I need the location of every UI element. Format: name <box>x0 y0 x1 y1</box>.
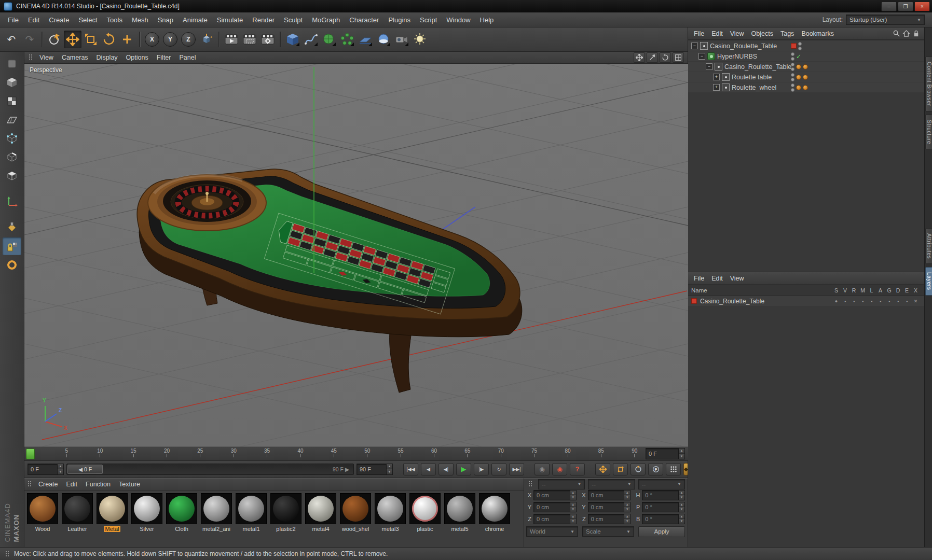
menu-item[interactable]: Sculpt <box>279 14 307 26</box>
goto-start-button[interactable]: |◀◀ <box>403 463 418 475</box>
lock-y-axis-button[interactable]: Y <box>161 31 179 48</box>
stepper-down-icon[interactable]: ▼ <box>58 469 63 474</box>
viewport-view-label[interactable]: Perspective <box>30 66 62 74</box>
record-keyframe-button[interactable]: ◉ <box>552 463 567 475</box>
object-manager-menu-item[interactable]: Bookmarks <box>798 29 838 38</box>
material-tile[interactable]: plastic <box>409 493 441 532</box>
rotate-view-button[interactable] <box>660 52 671 63</box>
expand-icon[interactable]: + <box>713 74 720 80</box>
render-view-button[interactable] <box>223 31 240 48</box>
menu-item[interactable]: Script <box>415 14 442 26</box>
menu-item[interactable]: Select <box>74 14 102 26</box>
edges-mode-button[interactable] <box>3 148 21 166</box>
menu-item[interactable]: Create <box>44 14 74 26</box>
visibility-dots[interactable] <box>791 52 794 61</box>
add-light-button[interactable] <box>411 31 429 48</box>
material-name[interactable]: plastic2 <box>276 526 295 532</box>
material-menu-item[interactable]: Edit <box>62 480 82 489</box>
normal-mode-button[interactable] <box>3 256 21 274</box>
add-camera-button[interactable] <box>393 31 410 48</box>
layer-label[interactable]: Casino_Roulette_Table <box>700 298 764 305</box>
material-thumbnail[interactable] <box>166 493 197 524</box>
layer-column-header[interactable]: G <box>885 287 894 293</box>
object-row[interactable]: − Casino_Roulette_Table <box>688 41 924 51</box>
rotation-b-field[interactable]: 0 °▲▼ <box>642 514 685 524</box>
render-region-button[interactable] <box>241 31 258 48</box>
coordinate-space-select[interactable]: World▼ <box>526 526 578 537</box>
layer-column-header[interactable]: M <box>858 287 867 293</box>
material-name[interactable]: Metal <box>104 526 121 532</box>
snap-settings-button[interactable] <box>3 237 21 255</box>
material-tile[interactable]: Leather <box>61 493 93 532</box>
stepper-down-icon[interactable]: ▼ <box>570 519 576 524</box>
layout-select[interactable]: Startup (User) ▼ <box>846 15 925 25</box>
enabled-check-icon[interactable]: ✓ <box>796 53 801 60</box>
object-manager-menu-item[interactable]: Objects <box>748 29 777 38</box>
points-mode-button[interactable] <box>3 130 21 147</box>
xref-toggle[interactable]: ✕ <box>911 299 920 304</box>
prev-frame-button[interactable]: ◀| <box>438 463 454 475</box>
material-thumbnail[interactable] <box>62 493 93 524</box>
layer-manager-menu-item[interactable]: View <box>727 274 748 283</box>
layer-manager-menu-item[interactable]: Edit <box>708 274 727 283</box>
texture-mode-button[interactable] <box>3 92 21 110</box>
viewport-menu-item[interactable]: Display <box>92 53 122 62</box>
menu-item[interactable]: Window <box>442 14 475 26</box>
stepper-up-icon[interactable]: ▲ <box>570 491 576 495</box>
material-name[interactable]: metal4 <box>312 526 329 532</box>
material-thumbnail[interactable] <box>444 493 475 524</box>
add-floor-button[interactable] <box>357 31 374 48</box>
stepper-up-icon[interactable]: ▲ <box>58 464 63 469</box>
rotation-h-field[interactable]: 0 °▲▼ <box>642 490 685 500</box>
object-manager-menu-item[interactable]: File <box>690 29 708 38</box>
record-parameter-button[interactable]: P <box>648 463 663 475</box>
side-tab[interactable]: Layers <box>925 267 932 296</box>
layer-manager-menu-item[interactable]: File <box>690 274 708 283</box>
material-tile[interactable]: wood_shel <box>339 493 372 532</box>
layer-column-header[interactable]: D <box>894 287 902 293</box>
viewport-menu-item[interactable]: Cameras <box>58 53 92 62</box>
material-tile[interactable]: metal2_ani <box>200 493 232 532</box>
record-scale-button[interactable] <box>613 463 628 475</box>
search-icon[interactable] <box>893 30 900 37</box>
texture-tag-icon[interactable] <box>803 75 808 80</box>
scale-tool-button[interactable] <box>82 31 100 48</box>
phong-tag-icon[interactable] <box>796 75 801 80</box>
panel-handle-icon[interactable] <box>28 481 32 487</box>
material-thumbnail[interactable] <box>236 493 267 524</box>
material-name[interactable]: chrome <box>485 526 504 532</box>
expressions-toggle[interactable]: ▪ <box>902 299 911 304</box>
texture-tag-icon[interactable] <box>803 64 808 69</box>
autokey-button[interactable]: ◉ <box>534 463 550 475</box>
layer-row[interactable]: Casino_Roulette_Table ● ▪ ▪ ▪ ▪ ▪ ▪ ▪ ▪ … <box>688 296 924 306</box>
lock-x-axis-button[interactable]: X <box>143 31 161 48</box>
position-z-field[interactable]: 0 cm▲▼ <box>533 514 577 524</box>
stepper-down-icon[interactable]: ▼ <box>679 495 684 500</box>
solo-toggle[interactable]: ● <box>832 299 841 304</box>
close-button[interactable]: × <box>914 2 930 11</box>
material-menu-item[interactable]: Function <box>81 480 115 489</box>
material-thumbnail[interactable] <box>375 493 406 524</box>
stepper-down-icon[interactable]: ▼ <box>387 469 392 474</box>
material-thumbnail[interactable] <box>270 493 301 524</box>
stepper-up-icon[interactable]: ▲ <box>570 514 576 519</box>
size-y-field[interactable]: 0 cm▲▼ <box>588 502 631 512</box>
side-tab[interactable]: Structure <box>925 115 932 149</box>
object-manager-menu-item[interactable]: Tags <box>777 29 798 38</box>
stepper-down-icon[interactable]: ▼ <box>679 507 684 512</box>
material-tile[interactable]: Cloth <box>166 493 198 532</box>
material-thumbnail[interactable] <box>479 493 510 524</box>
menu-item[interactable]: Edit <box>23 14 44 26</box>
material-menu-item[interactable]: Texture <box>115 480 144 489</box>
material-thumbnail[interactable] <box>97 493 128 524</box>
material-tile[interactable]: metal1 <box>235 493 267 532</box>
model-mode-button[interactable] <box>3 74 21 91</box>
object-row[interactable]: + Roulette_wheel <box>688 82 924 92</box>
roulette-wheel-object[interactable] <box>148 175 266 231</box>
collapse-icon[interactable]: − <box>691 43 698 49</box>
stepper-up-icon[interactable]: ▲ <box>387 464 392 469</box>
size-x-field[interactable]: 0 cm▲▼ <box>588 490 631 500</box>
material-tile[interactable]: metal4 <box>305 493 337 532</box>
timeline-ruler[interactable]: 0 5 10 <box>24 446 688 461</box>
layer-column-header[interactable]: A <box>876 287 885 293</box>
